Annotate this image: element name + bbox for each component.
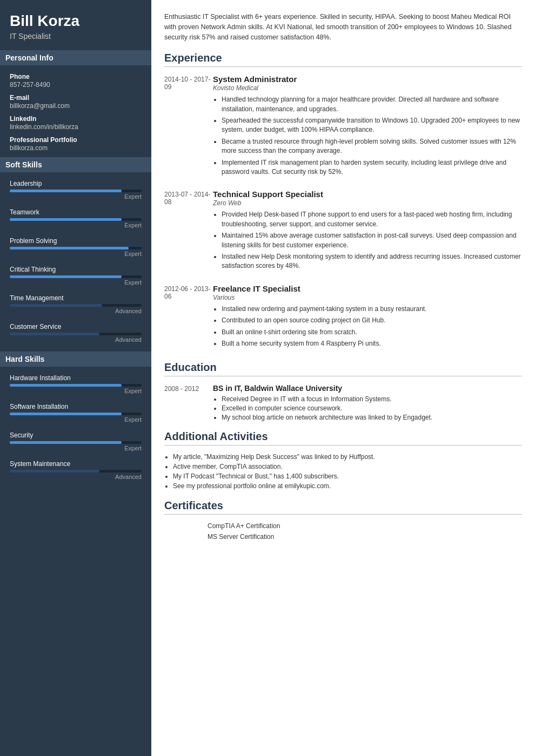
skill-bar-bg bbox=[10, 247, 142, 249]
skill-software-installation: Software Installation Expert bbox=[10, 403, 142, 423]
list-item: Received Degree in IT with a focus in In… bbox=[222, 395, 522, 403]
main-content: Enthusiastic IT Specialist with 6+ years… bbox=[151, 0, 535, 756]
additional-activities: My article, "Maximizing Help Desk Succes… bbox=[164, 453, 522, 490]
skill-time-management: Time Management Advanced bbox=[10, 294, 142, 314]
skill-hardware-installation: Hardware Installation Expert bbox=[10, 374, 142, 394]
list-item: Built a home security system from 4 Rasp… bbox=[222, 339, 522, 348]
skill-bar-fill bbox=[10, 384, 122, 387]
list-item: Contributed to an open source coding pro… bbox=[222, 316, 522, 325]
list-item: See my professional portfolio online at … bbox=[173, 482, 522, 490]
skill-teamwork: Teamwork Expert bbox=[10, 208, 142, 228]
cert-item-0: CompTIA A+ Certification bbox=[164, 522, 522, 530]
skill-bar-bg bbox=[10, 470, 142, 473]
skill-leadership: Leadership Expert bbox=[10, 180, 142, 200]
education-section-title: Education bbox=[164, 361, 522, 376]
cert-item-1: MS Server Certification bbox=[164, 533, 522, 541]
exp-entry-0: 2014-10 - 2017-09 System Administrator K… bbox=[164, 75, 522, 179]
list-item: My article, "Maximizing Help Desk Succes… bbox=[173, 453, 522, 461]
skill-bar-bg bbox=[10, 275, 142, 278]
summary-text: Enthusiastic IT Specialist with 6+ years… bbox=[164, 12, 522, 42]
candidate-name: Bill Korza bbox=[10, 13, 142, 30]
skill-bar-fill bbox=[10, 247, 129, 249]
skill-bar-fill bbox=[10, 413, 122, 415]
edu-bullets-0: Received Degree in IT with a focus in In… bbox=[213, 395, 522, 421]
candidate-title: IT Specialist bbox=[10, 32, 142, 40]
skill-customer-service: Customer Service Advanced bbox=[10, 323, 142, 343]
skill-bar-fill bbox=[10, 218, 122, 221]
skill-bar-bg bbox=[10, 218, 142, 221]
skill-bar-bg bbox=[10, 441, 142, 444]
experience-section-title: Experience bbox=[164, 52, 522, 67]
skill-bar-bg bbox=[10, 190, 142, 192]
list-item: Maintained 15% above average customer sa… bbox=[222, 231, 522, 250]
skill-bar-fill bbox=[10, 275, 122, 278]
skill-bar-fill bbox=[10, 190, 122, 192]
skill-bar-fill bbox=[10, 333, 99, 335]
skill-system-maintenance: System Maintenance Advanced bbox=[10, 460, 142, 480]
list-item: Installed new Help Desk monitoring syste… bbox=[222, 252, 522, 271]
list-item: Installed new ordering and payment-takin… bbox=[222, 305, 522, 314]
list-item: Spearheaded the successful companywide t… bbox=[222, 116, 522, 135]
skill-security: Security Expert bbox=[10, 431, 142, 451]
skill-bar-fill bbox=[10, 441, 122, 444]
skill-bar-fill bbox=[10, 470, 99, 473]
exp-bullets-2: Installed new ordering and payment-takin… bbox=[213, 305, 522, 349]
soft-skills-header: Soft Skills bbox=[0, 157, 151, 172]
list-item: My school blog article on network archit… bbox=[222, 414, 522, 421]
sidebar: Bill Korza IT Specialist Personal Info P… bbox=[0, 0, 151, 756]
additional-section-title: Additional Activities bbox=[164, 430, 522, 446]
personal-info-portfolio: Professional Portfolio billkorza.com bbox=[10, 136, 142, 152]
exp-bullets-0: Handled technology planning for a major … bbox=[213, 95, 522, 177]
skill-bar-bg bbox=[10, 384, 142, 387]
skill-problem-solving: Problem Solving Expert bbox=[10, 237, 142, 257]
list-item: Excelled in computer science coursework. bbox=[222, 404, 522, 412]
exp-bullets-1: Provided Help Desk-based IT phone suppor… bbox=[213, 210, 522, 271]
list-item: My IT Podcast "Technical or Bust," has 1… bbox=[173, 473, 522, 480]
skill-bar-bg bbox=[10, 413, 142, 415]
list-item: Handled technology planning for a major … bbox=[222, 95, 522, 114]
exp-entry-1: 2013-07 - 2014-08 Technical Support Spec… bbox=[164, 190, 522, 273]
certificates-section-title: Certificates bbox=[164, 500, 522, 515]
list-item: Implemented IT risk management plan to h… bbox=[222, 158, 522, 177]
skill-bar-bg bbox=[10, 333, 142, 335]
exp-entry-2: 2012-06 - 2013-06 Freelance IT Specialis… bbox=[164, 284, 522, 351]
personal-info-email: E-mail billkorza@gmail.com bbox=[10, 94, 142, 110]
list-item: Active member, CompTIA association. bbox=[173, 463, 522, 470]
resume-container: Bill Korza IT Specialist Personal Info P… bbox=[0, 0, 535, 756]
list-item: Became a trusted resource through high-l… bbox=[222, 137, 522, 156]
hard-skills-header: Hard Skills bbox=[0, 352, 151, 367]
additional-bullets: My article, "Maximizing Help Desk Succes… bbox=[164, 453, 522, 490]
edu-entry-0: 2008 - 2012 BS in IT, Baldwin Wallace Un… bbox=[164, 384, 522, 423]
list-item: Built an online t-shirt ordering site fr… bbox=[222, 328, 522, 337]
personal-info-header: Personal Info bbox=[0, 50, 151, 65]
personal-info-phone: Phone 857-257-8490 bbox=[10, 73, 142, 89]
skill-bar-fill bbox=[10, 304, 102, 307]
list-item: Provided Help Desk-based IT phone suppor… bbox=[222, 210, 522, 229]
skill-bar-bg bbox=[10, 304, 142, 307]
skill-critical-thinking: Critical Thinking Expert bbox=[10, 266, 142, 286]
personal-info-linkedin: LinkedIn linkedin.com/in/billkorza bbox=[10, 115, 142, 131]
